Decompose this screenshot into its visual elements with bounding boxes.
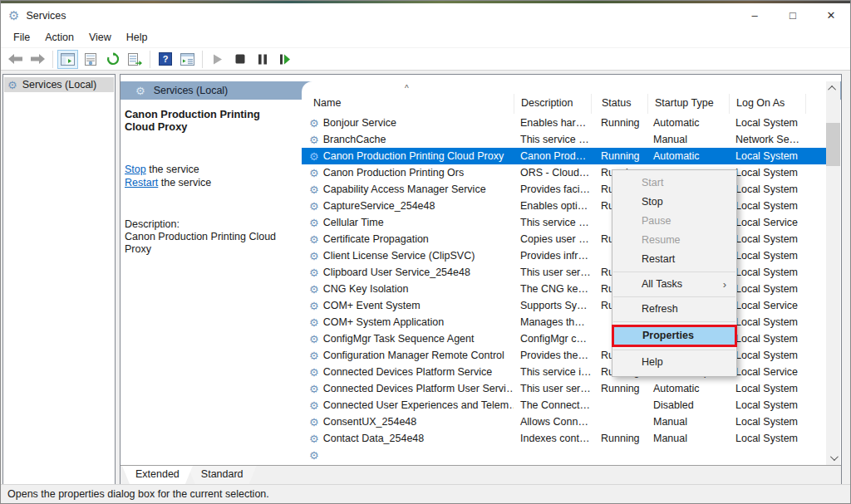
context-menu-item[interactable]: Help — [612, 353, 736, 372]
table-row[interactable]: ⚙Canon Production Printing Cloud Proxy C… — [302, 148, 826, 164]
table-row[interactable]: ⚙Connected Devices Platform Service This… — [302, 364, 826, 380]
service-gear-icon: ⚙ — [309, 184, 319, 195]
column-header[interactable]: Status — [591, 94, 647, 114]
table-row[interactable]: ⚙ — [302, 447, 826, 463]
service-logon-as: Network Se… — [729, 134, 805, 145]
service-name: Contact Data_254e48 — [323, 433, 425, 444]
context-menu-item: Start — [612, 174, 736, 193]
view-tab[interactable]: Extended — [122, 466, 193, 484]
toolbar-separator — [202, 51, 203, 68]
maximize-button[interactable]: □ — [774, 3, 812, 27]
context-menu-item[interactable]: Stop — [612, 193, 736, 212]
table-row[interactable]: ⚙ConsentUX_254e48 Allows Conn… Manual Lo… — [302, 413, 826, 430]
status-bar-text: Opens the properties dialog box for the … — [7, 488, 269, 500]
service-gear-icon: ⚙ — [309, 450, 319, 461]
minimize-button[interactable]: – — [735, 3, 774, 27]
service-name: Client License Service (ClipSVC) — [323, 250, 475, 262]
service-logon-as: Local System — [729, 200, 805, 212]
stop-service-line: Stop the service — [125, 163, 292, 176]
description-text: Canon Production Printing Cloud Proxy — [125, 231, 292, 256]
service-name: COM+ Event System — [323, 300, 421, 311]
service-gear-icon: ⚙ — [309, 334, 319, 345]
stop-service-link[interactable]: Stop — [125, 164, 146, 175]
table-row[interactable]: ⚙Bonjour Service Enables har… Running Au… — [302, 115, 826, 131]
context-menu-item[interactable]: Properties — [612, 325, 737, 347]
table-row[interactable]: ⚙Contact Data_254e48 Indexes cont… Runni… — [302, 430, 826, 447]
scroll-up-icon[interactable] — [826, 81, 840, 95]
service-status: Running — [591, 433, 647, 444]
service-description: Enables har… — [514, 117, 591, 129]
service-logon-as: Local System — [729, 233, 805, 245]
table-row[interactable]: ⚙Cellular Time This service … Local Serv… — [302, 214, 826, 231]
menu-bar-item[interactable]: Action — [37, 29, 81, 46]
service-description: Provides infr… — [514, 250, 591, 262]
view-tab[interactable]: Standard — [188, 466, 257, 484]
column-header[interactable]: Name — [302, 94, 514, 114]
table-row[interactable]: ⚙CNG Key Isolation The CNG ke… Running L… — [302, 281, 826, 297]
service-logon-as: Local System — [729, 383, 805, 394]
context-menu-item[interactable] — [613, 350, 735, 350]
status-bar: Opens the properties dialog box for the … — [1, 484, 850, 503]
tree-item-services-local[interactable]: ⚙ Services (Local) — [4, 77, 114, 92]
table-row[interactable]: ⚙COM+ System Application Manages th… Loc… — [302, 314, 826, 330]
table-row[interactable]: ⚙Configuration Manager Remote Control Pr… — [302, 347, 826, 364]
service-name: Connected Devices Platform Service — [323, 366, 493, 378]
context-menu-item[interactable]: Refresh — [612, 300, 736, 319]
refresh-icon[interactable] — [102, 50, 123, 69]
service-name: Clipboard User Service_254e48 — [323, 267, 470, 278]
table-row[interactable]: ⚙BranchCache This service … Manual Netwo… — [302, 131, 826, 148]
column-header[interactable]: Description — [514, 94, 591, 114]
service-description: ORS - Cloud… — [514, 167, 591, 179]
context-menu-item[interactable]: All Tasks› — [612, 275, 736, 294]
service-logon-as: Local Service — [729, 300, 805, 311]
scrollbar-thumb[interactable] — [826, 123, 840, 166]
pause-service-icon[interactable] — [252, 50, 273, 69]
menu-bar-item[interactable]: File — [6, 29, 37, 46]
help-icon[interactable]: ? — [155, 50, 175, 69]
table-row[interactable]: ⚙ConfigMgr Task Sequence Agent ConfigMgr… — [302, 330, 826, 347]
extended-description-pane: Canon Production Printing Cloud Proxy St… — [121, 100, 300, 465]
context-menu-item[interactable] — [613, 296, 735, 297]
column-header[interactable] — [805, 94, 826, 114]
service-status: Running — [591, 383, 647, 394]
svg-text:?: ? — [162, 54, 168, 64]
table-row[interactable]: ⚙Client License Service (ClipSVC) Provid… — [302, 247, 826, 264]
context-menu-item[interactable] — [613, 272, 735, 272]
view-tab-strip: ExtendedStandard — [121, 465, 841, 484]
menu-bar-item[interactable]: Help — [119, 29, 155, 46]
context-menu-item[interactable]: Restart — [612, 250, 736, 269]
show-hide-panes-icon[interactable] — [177, 50, 198, 69]
export-list-icon[interactable] — [125, 50, 145, 69]
table-row[interactable]: ⚙Connected Devices Platform User Servi… … — [302, 380, 826, 397]
sort-ascending-icon: ^ — [405, 84, 409, 93]
table-row[interactable]: ⚙COM+ Event System Supports Sy… Running … — [302, 297, 826, 314]
column-header[interactable]: Startup Type — [647, 94, 729, 114]
back-icon[interactable] — [5, 50, 26, 69]
close-button[interactable]: ✕ — [812, 3, 850, 27]
properties-sheet-icon[interactable] — [80, 50, 101, 69]
table-row[interactable]: ⚙Connected User Experiences and Telem… T… — [302, 397, 826, 413]
service-name: BranchCache — [323, 134, 386, 145]
table-row[interactable]: ⚙Certificate Propagation Copies user … R… — [302, 231, 826, 247]
table-row[interactable]: ⚙Capability Access Manager Service Provi… — [302, 181, 826, 198]
start-service-icon[interactable] — [207, 50, 228, 69]
service-description: The CNG ke… — [514, 283, 591, 295]
show-console-tree-icon[interactable] — [57, 50, 78, 69]
restart-service-link[interactable]: Restart — [125, 177, 158, 188]
service-startup-type: Automatic — [647, 117, 729, 129]
vertical-scrollbar[interactable] — [826, 81, 840, 465]
service-description: Provides faci… — [514, 183, 591, 195]
stop-service-icon[interactable] — [229, 50, 250, 69]
service-description: Copies user … — [514, 233, 591, 245]
service-logon-as: Local System — [729, 283, 805, 295]
restart-service-line: Restart the service — [125, 176, 292, 189]
table-row[interactable]: ⚙Canon Production Printing Ors ORS - Clo… — [302, 164, 826, 181]
column-header[interactable]: Log On As — [729, 94, 805, 114]
restart-service-icon[interactable] — [274, 50, 295, 69]
context-menu-item[interactable] — [613, 321, 735, 322]
table-row[interactable]: ⚙CaptureService_254e48 Enables opti… Run… — [302, 198, 826, 214]
table-row[interactable]: ⚙Clipboard User Service_254e48 This user… — [302, 264, 826, 281]
menu-bar-item[interactable]: View — [81, 29, 119, 46]
forward-icon[interactable] — [27, 50, 48, 69]
scroll-down-icon[interactable] — [826, 451, 840, 465]
